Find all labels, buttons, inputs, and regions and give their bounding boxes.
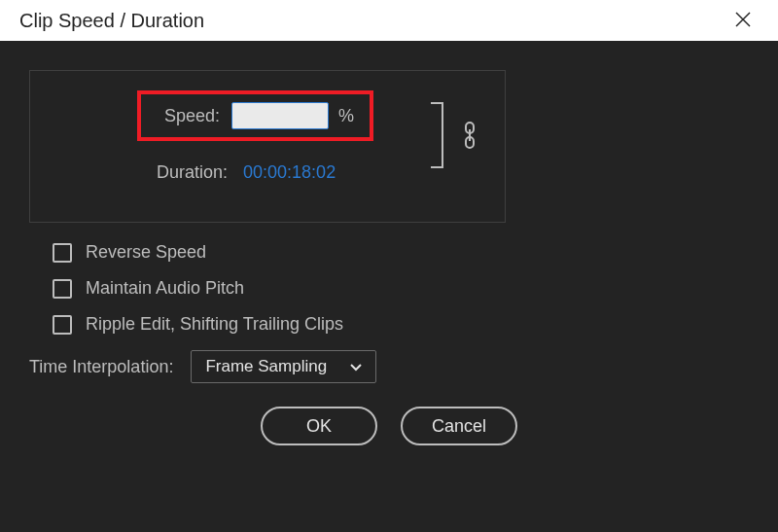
link-toggle[interactable] xyxy=(462,122,477,153)
highlight-box: Speed: % xyxy=(137,90,373,141)
group-box: Speed: % Duration: 00:00:18:02 xyxy=(29,70,506,223)
maintain-pitch-checkbox[interactable] xyxy=(53,279,72,299)
ok-button[interactable]: OK xyxy=(261,407,377,445)
speed-input[interactable] xyxy=(231,102,329,129)
title-bar: Clip Speed / Duration xyxy=(0,0,778,41)
dialog-body: Speed: % Duration: 00:00:18:02 xyxy=(0,41,778,532)
dropdown-selected-value: Frame Sampling xyxy=(205,357,327,376)
chevron-down-icon xyxy=(350,357,362,376)
ripple-edit-checkbox[interactable] xyxy=(53,315,72,335)
speed-label: Speed: xyxy=(164,106,220,126)
speed-duration-group: Speed: % Duration: 00:00:18:02 xyxy=(29,70,749,223)
reverse-speed-checkbox[interactable] xyxy=(53,243,72,263)
button-row: OK Cancel xyxy=(29,407,749,445)
time-interpolation-label: Time Interpolation: xyxy=(29,357,173,377)
ripple-edit-label: Ripple Edit, Shifting Trailing Clips xyxy=(86,314,343,335)
time-interpolation-row: Time Interpolation: Frame Sampling xyxy=(29,350,749,383)
reverse-speed-label: Reverse Speed xyxy=(86,242,206,263)
maintain-pitch-label: Maintain Audio Pitch xyxy=(86,278,244,299)
time-interpolation-dropdown[interactable]: Frame Sampling xyxy=(191,350,376,383)
checkbox-group: Reverse Speed Maintain Audio Pitch Rippl… xyxy=(53,242,749,335)
link-bracket xyxy=(431,100,446,170)
link-icon xyxy=(462,122,477,149)
reverse-speed-row: Reverse Speed xyxy=(53,242,749,263)
speed-row: Speed: % xyxy=(50,90,485,141)
duration-label: Duration: xyxy=(157,162,228,183)
ripple-edit-row: Ripple Edit, Shifting Trailing Clips xyxy=(53,314,749,335)
percent-sign: % xyxy=(338,106,354,126)
cancel-button[interactable]: Cancel xyxy=(401,407,517,445)
maintain-pitch-row: Maintain Audio Pitch xyxy=(53,278,749,299)
duration-row: Duration: 00:00:18:02 xyxy=(50,162,485,183)
close-button[interactable] xyxy=(727,8,759,33)
duration-value[interactable]: 00:00:18:02 xyxy=(243,162,336,183)
dialog-title: Clip Speed / Duration xyxy=(19,10,204,32)
close-icon xyxy=(735,12,751,27)
